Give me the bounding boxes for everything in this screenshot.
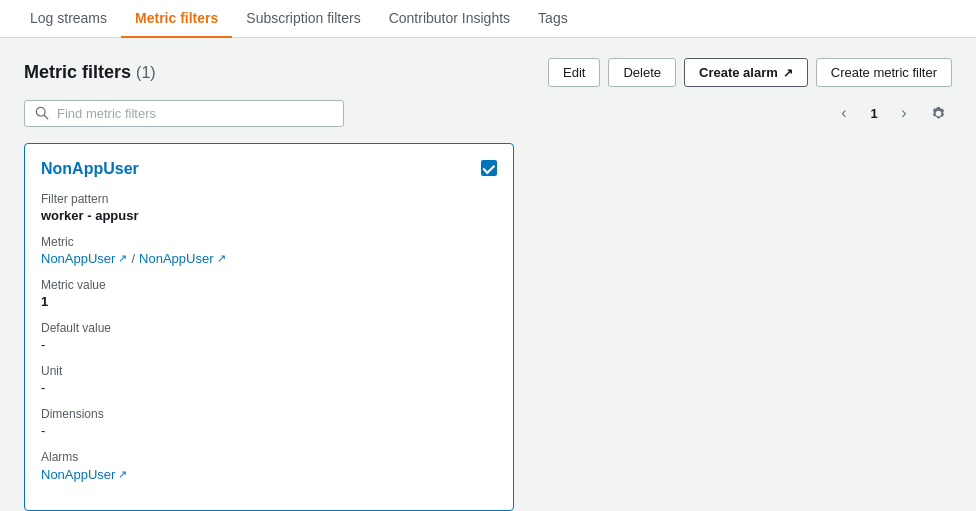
unit-label: Unit — [41, 364, 497, 378]
external-link-icon-1: ↗ — [118, 252, 127, 265]
metric-links: NonAppUser ↗ / NonAppUser ↗ — [41, 251, 497, 266]
edit-button[interactable]: Edit — [548, 58, 600, 87]
tab-tags[interactable]: Tags — [524, 0, 582, 38]
metric-label: Metric — [41, 235, 497, 249]
filter-pattern-label: Filter pattern — [41, 192, 497, 206]
card-checkbox[interactable] — [481, 160, 497, 176]
dimensions-label: Dimensions — [41, 407, 497, 421]
search-icon — [35, 106, 49, 120]
tab-log-streams[interactable]: Log streams — [16, 0, 121, 38]
default-value-group: Default value - — [41, 321, 497, 352]
filter-pattern-group: Filter pattern worker - appusr — [41, 192, 497, 223]
default-value-label: Default value — [41, 321, 497, 335]
section-title: Metric filters (1) — [24, 62, 156, 83]
toolbar: Metric filters (1) Edit Delete Create al… — [24, 58, 952, 87]
pagination: ‹ 1 › — [830, 99, 952, 127]
metric-value-group: Metric value 1 — [41, 278, 497, 309]
gear-icon — [931, 106, 946, 121]
metric-value-label: Metric value — [41, 278, 497, 292]
svg-line-1 — [44, 115, 48, 119]
search-row: ‹ 1 › — [24, 99, 952, 127]
metric-name-link[interactable]: NonAppUser ↗ — [139, 251, 225, 266]
tab-subscription-filters[interactable]: Subscription filters — [232, 0, 374, 38]
metric-group: Metric NonAppUser ↗ / NonAppUser ↗ — [41, 235, 497, 266]
metric-value: 1 — [41, 294, 497, 309]
alarm-link[interactable]: NonAppUser ↗ — [41, 467, 127, 482]
main-content: Metric filters (1) Edit Delete Create al… — [0, 38, 976, 511]
unit-group: Unit - — [41, 364, 497, 395]
create-alarm-button[interactable]: Create alarm ↗ — [684, 58, 808, 87]
section-title-text: Metric filters — [24, 62, 131, 82]
search-input[interactable] — [57, 106, 333, 121]
metric-namespace-link[interactable]: NonAppUser ↗ — [41, 251, 127, 266]
dimensions-group: Dimensions - — [41, 407, 497, 438]
prev-page-button[interactable]: ‹ — [830, 99, 858, 127]
filter-card: NonAppUser Filter pattern worker - appus… — [24, 143, 514, 511]
search-box-container — [24, 100, 344, 127]
filter-pattern-value: worker - appusr — [41, 208, 497, 223]
dimensions-value: - — [41, 423, 497, 438]
card-title: NonAppUser — [41, 160, 139, 178]
tab-contributor-insights[interactable]: Contributor Insights — [375, 0, 524, 38]
link-separator: / — [131, 251, 135, 266]
settings-button[interactable] — [924, 99, 952, 127]
next-page-button[interactable]: › — [890, 99, 918, 127]
delete-button[interactable]: Delete — [608, 58, 676, 87]
card-header: NonAppUser — [41, 160, 497, 178]
external-link-icon: ↗ — [783, 66, 793, 80]
default-value: - — [41, 337, 497, 352]
unit-value: - — [41, 380, 497, 395]
tab-bar: Log streams Metric filters Subscription … — [0, 0, 976, 38]
external-link-icon-2: ↗ — [217, 252, 226, 265]
item-count: (1) — [136, 64, 156, 81]
page-number: 1 — [864, 106, 884, 121]
tab-metric-filters[interactable]: Metric filters — [121, 0, 232, 38]
alarms-label: Alarms — [41, 450, 497, 464]
alarms-group: Alarms NonAppUser ↗ — [41, 450, 497, 482]
create-metric-filter-button[interactable]: Create metric filter — [816, 58, 952, 87]
external-link-icon-alarm: ↗ — [118, 468, 127, 481]
